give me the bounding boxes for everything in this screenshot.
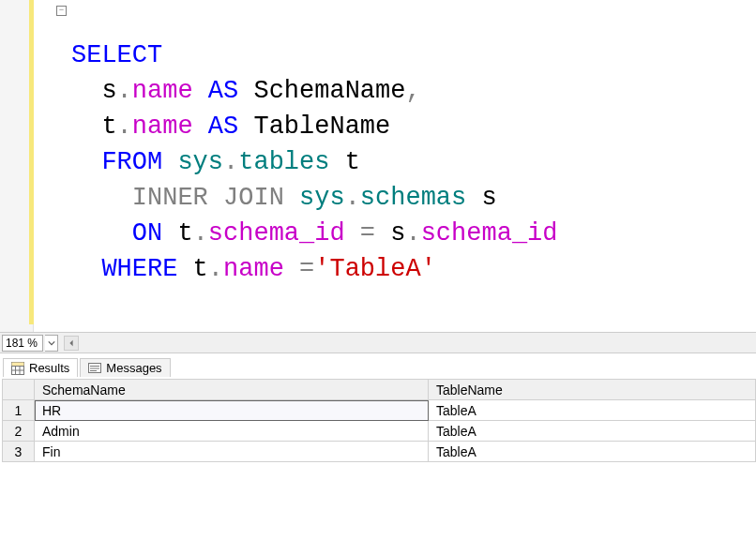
code-comma: , [405,77,420,105]
code-prop: name [132,77,193,105]
keyword-as: AS [193,77,254,105]
row-number[interactable]: 3 [3,442,35,462]
code-ident: tables [238,148,329,176]
dot: . [117,77,132,105]
dot: . [223,148,238,176]
tab-messages[interactable]: Messages [80,358,170,377]
code-prop: name [132,112,193,141]
grid-cell[interactable]: HR [35,400,429,421]
table-row[interactable]: 3 Fin TableA [3,442,756,462]
dot: . [117,112,132,141]
grid-corner[interactable] [3,380,35,400]
minus-outline-icon[interactable]: − [56,6,67,16]
grid-header[interactable]: TableName [429,380,756,400]
code-text: t [71,112,117,141]
code-prop: schema_id [421,219,558,248]
dot: . [193,219,208,248]
results-grid[interactable]: SchemaName TableName 1 HR TableA 2 Admin… [2,379,756,462]
code-alias: s [466,184,496,212]
results-tabs: Results Messages [0,353,756,377]
row-number[interactable]: 1 [3,400,35,421]
grid-header[interactable]: SchemaName [35,380,429,400]
keyword-join: INNER JOIN [71,184,284,212]
dot: . [405,219,420,248]
grid-icon [11,362,24,375]
code-eq: = [345,219,391,248]
code-eq: = [284,255,314,283]
editor-gutter [0,0,34,332]
keyword-from: FROM [71,148,162,176]
sql-code[interactable]: SELECT s.name AS SchemaName, t.name AS T… [34,0,756,322]
code-alias: TableName [253,112,390,141]
code-text: s [390,219,405,248]
grid-header-row: SchemaName TableName [3,380,756,400]
tab-results-label: Results [29,361,69,375]
code-string: 'TableA' [314,255,436,283]
code-ident: sys [284,184,345,212]
keyword-as: AS [193,112,254,141]
table-row[interactable]: 1 HR TableA [3,400,756,421]
svg-rect-5 [12,362,24,366]
grid-cell[interactable]: TableA [429,400,756,421]
code-prop: name [223,255,284,283]
dot: . [345,184,360,212]
sql-editor[interactable]: − SELECT s.name AS SchemaName, t.name AS… [0,0,756,333]
tab-results[interactable]: Results [3,358,78,377]
keyword-where: WHERE [71,255,177,283]
keyword-select: SELECT [71,41,162,69]
chevron-down-icon [48,339,55,347]
messages-icon [88,362,101,375]
code-ident: sys [162,148,223,176]
code-alias: t [329,148,359,176]
dot: . [208,255,223,283]
zoom-input[interactable] [2,335,43,352]
tab-messages-label: Messages [106,361,161,375]
grid-cell[interactable]: TableA [429,442,756,462]
code-text: t [162,219,192,248]
table-row[interactable]: 2 Admin TableA [3,421,756,442]
code-text: t [177,255,207,283]
grid-cell[interactable]: Admin [35,421,429,442]
code-text: s [71,77,117,105]
code-prop: schema_id [208,219,345,248]
scroll-left-button[interactable] [64,336,79,351]
keyword-on: ON [71,219,162,248]
zoom-bar [0,333,756,353]
grid-cell[interactable]: Fin [35,442,429,462]
grid-cell[interactable]: TableA [429,421,756,442]
code-ident: schemas [360,184,466,212]
code-alias: SchemaName [253,77,405,105]
row-number[interactable]: 2 [3,421,35,442]
triangle-left-icon [68,339,75,347]
zoom-dropdown-button[interactable] [45,335,58,352]
